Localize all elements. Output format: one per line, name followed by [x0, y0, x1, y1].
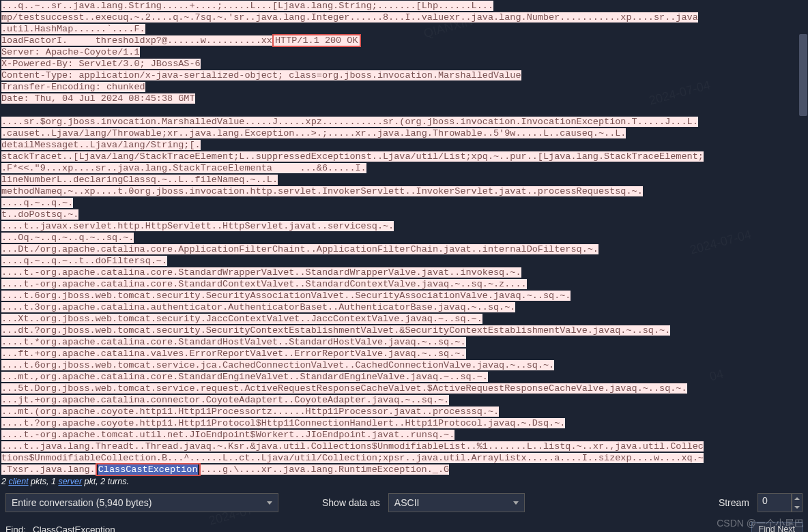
- dump-text: .Txsr..java.lang.: [1, 464, 96, 475]
- dump-text: .causet..Ljava/lang/Throwable;xr..java.l…: [1, 128, 626, 138]
- spinner-up-icon[interactable]: [792, 494, 802, 503]
- dump-text: ....t.6org.jboss.web.tomcat.security.Sec…: [1, 291, 571, 301]
- dump-text: t..doPostsq.~.: [1, 209, 78, 220]
- dump-text: .F*<<."9...xp....sr..java.lang.StackTrac…: [1, 163, 366, 173]
- dump-text: ....t.-org.apache.catalina.core.Standard…: [1, 279, 527, 289]
- transfer-encoding-header: Transfer-Encoding: chunked: [1, 82, 145, 92]
- dump-text: ....sr.$org.jboss.invocation.MarshalledV…: [1, 117, 698, 127]
- conversation-dropdown[interactable]: Entire conversation (5,940 bytes): [5, 493, 278, 512]
- packet-stats: 2 client pkts, 1 server pkt, 2 turns.: [0, 475, 808, 488]
- dump-text: ....t.-org.apache.tomcat.util.net.JIoEnd…: [1, 430, 454, 440]
- dump-text: ....t..javax.servlet.http.HttpServlett..…: [1, 221, 394, 231]
- dump-text: ...dt.?org.jboss.web.tomcat.security.Sec…: [1, 325, 670, 336]
- dump-text: lineNumberL..declaringClassq.~..L..fileN…: [1, 175, 278, 185]
- find-input[interactable]: ClassCastException: [33, 524, 115, 533]
- chevron-down-icon: [267, 501, 272, 505]
- xpowered-header: X-Powered-By: Servlet/3.0; JBossAS-6: [1, 59, 201, 69]
- chevron-down-icon: [513, 501, 519, 505]
- find-bar: Find: ClassCastException Find Next: [0, 518, 808, 532]
- scrollbar[interactable]: [798, 0, 808, 471]
- dump-text: ...Xt..org.jboss.web.tomcat.security.Jac…: [1, 314, 482, 324]
- dump-text: ....t.*org.apache.catalina.core.Standard…: [1, 337, 466, 347]
- dump-text: ...jt.+org.apache.catalina.connector.Coy…: [1, 395, 449, 405]
- dump-text: detailMessaget..Ljava/lang/String;[.: [1, 140, 201, 150]
- stream-label: Stream: [719, 497, 749, 508]
- dump-text: ....t.?org.apache.coyote.http11.Http11Pr…: [1, 418, 565, 428]
- dump-text: methodNameq.~..xp....t.0org.jboss.invoca…: [1, 186, 643, 196]
- dump-text: ...ft.+org.apache.catalina.valves.ErrorR…: [1, 349, 466, 359]
- client-link[interactable]: client: [8, 477, 28, 486]
- dump-text: ....g.\....xr..java.lang.RuntimeExceptio…: [201, 464, 450, 475]
- stream-spinner[interactable]: [792, 493, 803, 512]
- dump-text: loadFactorI. thresholdxp?@......w.......…: [1, 35, 272, 46]
- dump-text: tions$UnmodifiableCollection.B...^......…: [1, 453, 704, 463]
- dump-text: ....q.~..q.~..t..doFiltersq.~.: [1, 256, 167, 266]
- dump-text: mp/testsuccesst..execuq.~.2....q.~.7sq.~…: [1, 12, 698, 23]
- show-data-as-label: Show data as: [322, 497, 380, 508]
- spinner-down-icon[interactable]: [792, 503, 802, 512]
- dump-text: ...5t.Dorg.jboss.web.tomcat.service.requ…: [1, 383, 687, 394]
- controls-bar: Entire conversation (5,940 bytes) Show d…: [0, 488, 808, 518]
- csdn-watermark: CSDN @一个小尾巴: [717, 518, 804, 530]
- dump-text: ...mt.,org.apache.catalina.core.Standard…: [1, 372, 488, 382]
- dump-text: ...mt.(org.apache.coyote.http11.Http11Pr…: [1, 407, 499, 417]
- dump-text: .util.HashMap......`....F.: [1, 24, 145, 34]
- dump-text: ....t..java.lang.Threadt..Thread.javaq.~…: [1, 441, 704, 452]
- conversation-value: Entire conversation (5,940 bytes): [12, 497, 152, 508]
- http-status-highlight: HTTP/1.1 200 OK: [272, 34, 361, 47]
- dump-text: ....t.-org.apache.catalina.core.Standard…: [1, 267, 521, 278]
- dump-text: ...Dt./org.apache.catalina.core.Applicat…: [1, 244, 598, 254]
- content-type-header: Content-Type: application/x-java-seriali…: [1, 70, 521, 80]
- scroll-thumb[interactable]: [799, 34, 807, 116]
- dump-text: ...q..~..sr..java.lang.String.....+....;…: [1, 1, 493, 11]
- find-label: Find:: [5, 524, 26, 533]
- dump-text: ....t.3org.apache.catalina.authenticator…: [1, 302, 515, 312]
- dump-text: stackTracet..[Ljava/lang/StackTraceEleme…: [1, 151, 704, 162]
- dump-text: ...Oq.~..q.~..q.~..sq.~.: [1, 233, 134, 243]
- server-link[interactable]: server: [58, 477, 82, 486]
- stream-input[interactable]: 0: [758, 493, 792, 512]
- date-header: Date: Thu, 04 Jul 2024 08:45:38 GMT: [1, 93, 195, 104]
- packet-dump[interactable]: ...q..~..sr..java.lang.String.....+....;…: [0, 0, 808, 475]
- encoding-dropdown[interactable]: ASCII: [388, 493, 525, 512]
- encoding-value: ASCII: [394, 497, 420, 508]
- class-cast-exception-highlight: ClassCastException: [98, 464, 198, 475]
- server-header: Server: Apache-Coyote/1.1: [1, 47, 140, 57]
- dump-text: ....q.~..q.~.: [1, 198, 73, 208]
- dump-text: ....t.6org.jboss.web.tomcat.service.jca.…: [1, 360, 554, 370]
